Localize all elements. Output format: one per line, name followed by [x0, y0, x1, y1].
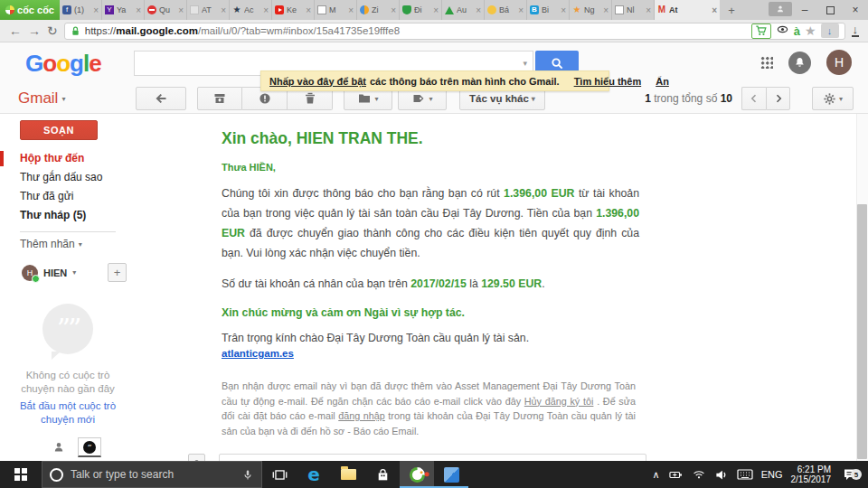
reload-icon[interactable]: ↻ — [47, 24, 58, 37]
tab-gmail-active[interactable]: MAt× — [655, 0, 720, 20]
add-contact-button[interactable]: + — [108, 263, 127, 282]
sidebar-item-inbox[interactable]: Hộp thư đến — [0, 149, 136, 168]
back-to-inbox-button[interactable] — [136, 87, 186, 110]
browser-profile-button[interactable] — [769, 2, 792, 16]
cortana-search[interactable]: Talk or type to search — [42, 461, 262, 488]
chevron-down-icon: ▾ — [374, 95, 378, 103]
scrollbar-track[interactable] — [856, 114, 868, 461]
close-tab-icon[interactable]: × — [348, 5, 354, 15]
compose-button[interactable]: SOẠN — [20, 120, 98, 140]
older-button[interactable] — [766, 87, 790, 110]
more-labels-dropdown[interactable]: Thêm nhãn▾ — [0, 238, 136, 250]
sidebar-item-starred[interactable]: Thư gắn dấu sao — [0, 168, 136, 187]
tab-ba[interactable]: Bá× — [485, 0, 527, 20]
tab-at[interactable]: AT× — [187, 0, 230, 20]
close-tab-icon[interactable]: × — [561, 5, 566, 15]
login-link[interactable]: đăng nhập — [338, 410, 385, 421]
coccoc-taskbar-button[interactable] — [400, 461, 434, 488]
tab-yahoo[interactable]: YYa× — [102, 0, 145, 20]
wifi-icon[interactable] — [692, 468, 706, 481]
search-options-icon[interactable]: ▾ — [517, 59, 533, 68]
close-tab-icon[interactable]: × — [712, 5, 717, 15]
close-tab-icon[interactable]: × — [391, 5, 396, 15]
photos-app-button[interactable] — [434, 461, 468, 488]
contacts-toggle[interactable] — [47, 437, 71, 457]
edge-button[interactable]: e — [297, 461, 331, 488]
download-extension-icon[interactable]: ↓ — [821, 23, 839, 38]
close-tab-icon[interactable]: × — [433, 5, 439, 15]
close-tab-icon[interactable]: × — [263, 5, 269, 15]
tab-drive[interactable]: Au× — [442, 0, 485, 20]
close-tab-icon[interactable]: × — [136, 5, 141, 15]
task-view-button[interactable] — [262, 461, 297, 488]
apps-grid-icon[interactable] — [760, 56, 773, 69]
start-button[interactable] — [0, 461, 42, 488]
archive-button[interactable] — [197, 87, 242, 110]
close-tab-icon[interactable]: × — [221, 5, 226, 15]
enable-notifications-link[interactable]: Nhấp vào đây để bật — [269, 76, 366, 87]
sender-website-link[interactable]: atlanticgam.es — [222, 348, 294, 359]
tab-di[interactable]: Đi× — [400, 0, 442, 20]
maximize-button[interactable] — [817, 0, 843, 20]
eye-extension-icon[interactable] — [776, 23, 789, 39]
google-logo[interactable]: Google — [25, 50, 101, 78]
newer-button[interactable] — [741, 87, 766, 110]
account-avatar[interactable]: H — [826, 50, 852, 75]
clock-date: 2/15/2017 — [791, 474, 832, 484]
sidebar-item-drafts[interactable]: Thư nháp (5) — [0, 206, 136, 225]
action-center-button[interactable]: 5 — [839, 467, 861, 482]
battery-icon[interactable] — [668, 468, 684, 482]
chevron-down-icon[interactable]: ▾ — [72, 268, 76, 277]
coccoc-logo-button[interactable]: cốc cốc — [0, 0, 60, 20]
scrollbar-thumb[interactable] — [857, 204, 867, 459]
microphone-icon[interactable] — [241, 468, 254, 482]
new-tab-button[interactable]: + — [720, 0, 743, 20]
close-tab-icon[interactable]: × — [178, 5, 184, 15]
minimize-button[interactable]: – — [792, 0, 817, 20]
chat-avatar[interactable]: H — [22, 265, 38, 281]
hide-notification-link[interactable]: Ẩn — [656, 76, 669, 87]
tab-qu[interactable]: Qu× — [145, 0, 187, 20]
volume-icon[interactable] — [714, 468, 729, 482]
url-field[interactable]: https://mail.google.com/mail/u/0/?tab=wm… — [64, 23, 845, 40]
hangouts-toggle[interactable]: ” — [78, 437, 101, 457]
store-button[interactable] — [365, 461, 400, 488]
downloads-icon[interactable]: ↓ — [852, 24, 860, 37]
close-tab-icon[interactable]: × — [603, 5, 609, 15]
clock[interactable]: 6:21 PM2/15/2017 — [791, 465, 832, 485]
gmail-menu[interactable]: Gmail▾ — [0, 89, 136, 108]
language-indicator[interactable]: ENG — [761, 469, 783, 480]
touch-keyboard-icon[interactable] — [737, 468, 753, 481]
start-chat-link[interactable]: Bắt đầu một cuộc trò chuyện mới — [0, 399, 136, 427]
avim-extension-icon[interactable]: à — [794, 24, 800, 38]
chat-username[interactable]: HIEN — [43, 267, 67, 278]
close-tab-icon[interactable]: × — [93, 5, 99, 15]
settings-button[interactable]: ▾ — [812, 87, 854, 110]
close-tab-icon[interactable]: × — [646, 5, 651, 15]
tray-expand-icon[interactable]: ∧ — [653, 469, 660, 481]
tab-zing[interactable]: Zi× — [357, 0, 400, 20]
sidebar-item-sent[interactable]: Thư đã gửi — [0, 187, 136, 206]
bookmark-star-icon[interactable]: ★ — [805, 24, 816, 37]
tab-m[interactable]: M× — [315, 0, 357, 20]
tab-nl[interactable]: Nl× — [612, 0, 655, 20]
file-explorer-button[interactable] — [331, 461, 365, 488]
tab-ac[interactable]: Ac× — [230, 0, 272, 20]
close-tab-icon[interactable]: × — [518, 5, 524, 15]
learn-more-link[interactable]: Tìm hiểu thêm — [574, 76, 642, 87]
tab-youtube[interactable]: Ke× — [272, 0, 315, 20]
tab-facebook[interactable]: f(1)× — [60, 0, 102, 20]
reply-compose-box[interactable]: Nhấp vào đây để Trả lời hoặc Chuyển tiếp — [219, 454, 646, 461]
sidebar: SOẠN Hộp thư đến Thư gắn dấu sao Thư đã … — [0, 114, 136, 461]
tab-ng[interactable]: Ng× — [570, 0, 612, 20]
yellow-circle-icon — [487, 5, 496, 14]
tab-bi[interactable]: BBi× — [527, 0, 570, 20]
close-window-button[interactable]: × — [843, 0, 868, 20]
notifications-bell-button[interactable] — [788, 52, 811, 74]
close-tab-icon[interactable]: × — [306, 5, 311, 15]
close-tab-icon[interactable]: × — [476, 5, 481, 15]
unsubscribe-link[interactable]: Hủy đăng ký tôi — [524, 396, 594, 407]
forward-nav-icon[interactable]: → — [28, 24, 41, 37]
cart-extension-icon[interactable] — [751, 23, 771, 39]
back-nav-icon[interactable]: ← — [9, 24, 22, 37]
